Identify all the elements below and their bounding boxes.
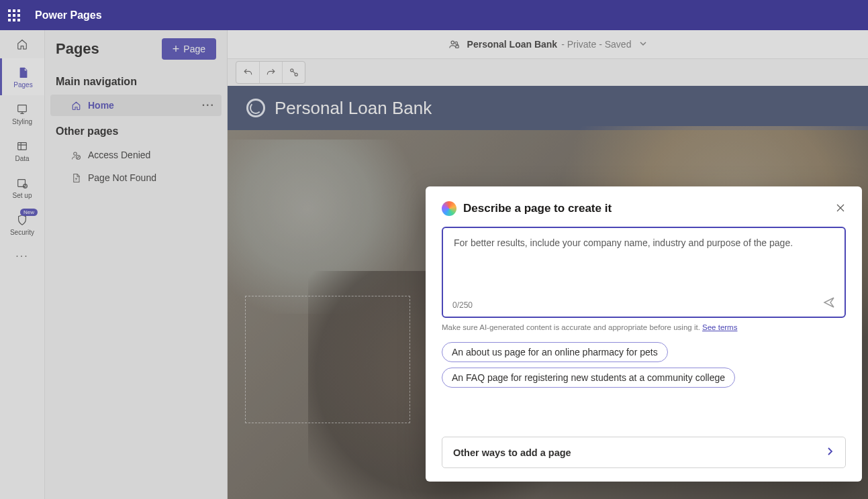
tree-label: Access Denied (88, 150, 150, 160)
pages-icon (17, 66, 30, 79)
tree-label: Home (88, 100, 114, 111)
tree-item-home[interactable]: Home ··· (50, 95, 222, 116)
link-button[interactable] (282, 62, 305, 83)
rail-label: Data (15, 155, 29, 162)
rail-label: Security (10, 229, 34, 236)
more-icon[interactable]: ··· (202, 99, 215, 111)
suggestion-pill-2[interactable]: An FAQ page for registering new students… (442, 368, 735, 388)
svg-point-4 (73, 152, 77, 156)
canvas-toolbar (228, 59, 868, 86)
rail-label: Pages (13, 81, 32, 89)
rail-item-security[interactable]: New Security (0, 206, 44, 243)
create-page-dialog: Describe a page to create it For better … (426, 186, 862, 482)
svg-point-6 (451, 41, 454, 44)
new-badge: New (20, 209, 38, 216)
rail-label: Set up (13, 192, 32, 199)
preview-site-header: Personal Loan Bank (228, 86, 868, 130)
layout-placeholder (245, 296, 410, 423)
send-button[interactable] (822, 295, 836, 310)
undo-button[interactable] (236, 62, 259, 83)
svg-rect-0 (18, 105, 27, 111)
redo-button[interactable] (259, 62, 282, 83)
chevron-right-icon (825, 447, 834, 458)
audience-icon (448, 38, 461, 50)
side-rail: Pages Styling Data Set up New Security (0, 30, 45, 499)
tree-item-page-not-found[interactable]: Page Not Found (50, 167, 222, 188)
svg-point-7 (454, 42, 457, 44)
dialog-title: Describe a page to create it (463, 202, 612, 215)
rail-item-pages[interactable]: Pages (0, 58, 44, 95)
site-status: - Private - Saved (561, 39, 631, 50)
app-title: Power Pages (35, 9, 102, 21)
more-icon: ··· (15, 249, 29, 263)
home-icon[interactable] (0, 30, 44, 58)
chevron-down-icon (639, 39, 647, 50)
rail-item-data[interactable]: Data (0, 132, 44, 169)
data-icon (15, 140, 29, 153)
rail-item-styling[interactable]: Styling (0, 95, 44, 132)
site-header-bar[interactable]: Personal Loan Bank - Private - Saved (228, 30, 868, 59)
svg-point-9 (290, 69, 293, 72)
prompt-input[interactable]: For better results, include your company… (442, 227, 846, 318)
other-ways-label: Other ways to add a page (453, 447, 571, 458)
prompt-placeholder: For better results, include your company… (454, 237, 834, 248)
disclaimer-text: Make sure AI-generated content is accura… (442, 323, 846, 331)
section-main-nav: Main navigation (45, 68, 227, 93)
close-button[interactable] (831, 199, 850, 217)
plus-icon: + (173, 43, 180, 55)
copilot-icon (442, 201, 456, 216)
tree-item-access-denied[interactable]: Access Denied (50, 144, 222, 166)
svg-rect-8 (455, 46, 459, 48)
styling-icon (15, 103, 29, 116)
app-launcher-icon[interactable] (8, 9, 20, 21)
tree-label: Page Not Found (88, 172, 156, 183)
svg-point-10 (295, 73, 297, 76)
site-name: Personal Loan Bank (467, 39, 558, 50)
suggestion-pill-1[interactable]: An about us page for an online pharmacy … (442, 342, 668, 362)
rail-item-more[interactable]: ··· (0, 243, 44, 270)
rail-item-setup[interactable]: Set up (0, 169, 44, 206)
char-count: 0/250 (452, 300, 473, 310)
global-header: Power Pages (0, 0, 868, 30)
svg-rect-2 (18, 179, 26, 186)
home-icon (70, 100, 81, 111)
new-page-button[interactable]: + Page (162, 38, 216, 60)
svg-rect-1 (18, 142, 27, 150)
site-logo-icon (246, 99, 265, 117)
page-error-icon (70, 172, 81, 183)
preview-site-title: Personal Loan Bank (275, 98, 432, 119)
left-panel: Pages + Page Main navigation Home ··· Ot… (45, 30, 228, 499)
person-denied-icon (70, 150, 81, 160)
setup-icon (15, 176, 29, 190)
rail-label: Styling (12, 118, 32, 125)
section-other-pages: Other pages (45, 117, 227, 143)
see-terms-link[interactable]: See terms (702, 323, 737, 331)
other-ways-button[interactable]: Other ways to add a page (442, 437, 846, 468)
new-page-label: Page (183, 44, 205, 54)
panel-title: Pages (56, 40, 99, 58)
